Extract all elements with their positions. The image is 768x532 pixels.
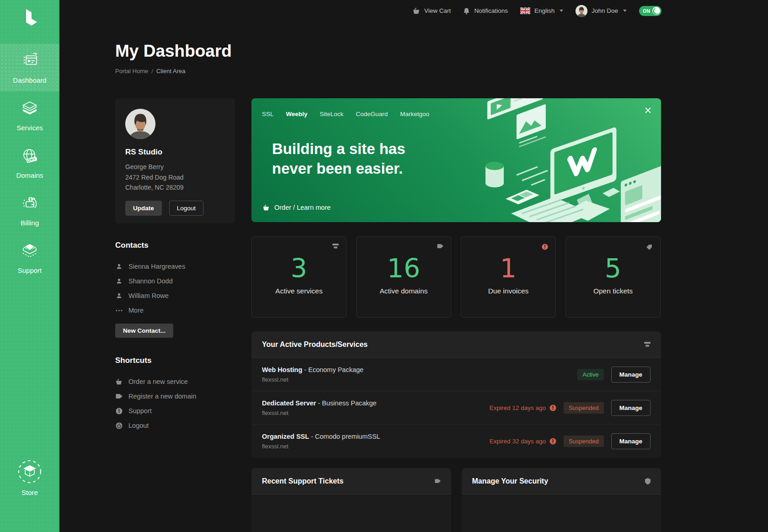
product-desc: - Comodo premiumSSL [309, 433, 380, 440]
breadcrumb-portal-home[interactable]: Portal Home [115, 68, 148, 74]
person-icon [115, 278, 123, 285]
support-icon [19, 241, 40, 262]
cart-icon [115, 378, 123, 385]
manage-button[interactable]: Manage [611, 367, 651, 383]
sidebar-item-store[interactable]: Store [0, 457, 59, 498]
new-contact-button[interactable]: New Contact... [115, 324, 173, 338]
exclamation-icon [549, 404, 556, 411]
expired-label: Expired 12 days ago [490, 404, 556, 411]
product-desc: - Business Pacakge [316, 399, 376, 407]
shortcut-register-domain[interactable]: Register a new domain [115, 389, 235, 404]
promo-banner: SSL Weebly SiteLock CodeGuard Marketgoo … [251, 98, 661, 222]
status-badge: Suspended [564, 402, 604, 414]
contacts-heading: Contacts [115, 241, 235, 250]
product-name: Dedicated Server [262, 399, 316, 407]
banner-tabs: SSL Weebly SiteLock CodeGuard Marketgoo [262, 111, 429, 117]
main-content: My Dashboard Portal Home / Client Area R… [59, 21, 768, 532]
contacts-section: Contacts Sienna Hargreaves Shannon Dodd [115, 241, 235, 338]
dashboard-icon [19, 51, 40, 72]
bell-icon [463, 7, 470, 15]
topbar: View Cart Notifications English [59, 0, 768, 21]
update-button[interactable]: Update [125, 201, 162, 216]
avatar [125, 109, 155, 139]
bottom-panels: Recent Support Tickets Manage Your Secur… [251, 468, 661, 532]
manage-button[interactable]: Manage [611, 400, 651, 416]
stats-row: 3 Active services 16 Active domains 1 Du… [251, 236, 661, 318]
sidebar-nav: Dashboard Services [0, 44, 59, 282]
sidebar-item-label: Dashboard [13, 76, 46, 84]
close-icon[interactable] [645, 107, 651, 113]
stack-icon [644, 342, 651, 347]
tag-icon [435, 479, 441, 484]
exclamation-icon [549, 438, 556, 445]
stat-value: 1 [461, 253, 555, 283]
product-name: Organized SSL [262, 433, 309, 440]
banner-tab-marketgoo[interactable]: Marketgoo [400, 111, 429, 117]
profile-address: George Berry 2472 Red Dog Road Charlotte… [125, 162, 225, 193]
security-panel: Manage Your Security [462, 468, 661, 532]
shortcuts-section: Shortcuts Order a new service Register a… [115, 356, 235, 433]
sidebar-item-support[interactable]: Support [0, 234, 59, 282]
user-menu[interactable]: John Doe [576, 5, 627, 17]
dark-mode-toggle[interactable]: ON [639, 6, 661, 16]
banner-tab-sitelock[interactable]: SiteLock [320, 111, 344, 117]
breadcrumb: Portal Home / Client Area [115, 68, 185, 74]
banner-tab-weebly[interactable]: Weebly [286, 111, 308, 117]
manage-button[interactable]: Manage [611, 433, 651, 449]
sidebar-item-label: Billing [21, 219, 39, 227]
view-cart-button[interactable]: View Cart [412, 7, 451, 15]
logout-button[interactable]: Logout [169, 201, 203, 216]
sidebar-item-label: Domains [16, 171, 43, 179]
sidebar-item-label: Support [18, 266, 42, 274]
shortcut-support[interactable]: Support [115, 404, 235, 418]
language-selector[interactable]: English [520, 7, 563, 14]
moon-icon [652, 7, 660, 15]
billing-icon [19, 194, 40, 215]
banner-tab-ssl[interactable]: SSL [262, 111, 274, 117]
stat-label: Active domains [357, 287, 451, 295]
store-icon [17, 459, 43, 484]
app-logo[interactable] [21, 7, 38, 29]
contact-item[interactable]: William Rowe [115, 288, 235, 303]
breadcrumb-client-area: Client Area [156, 68, 186, 74]
status-badge: Active [577, 369, 603, 380]
chevron-down-icon [560, 10, 563, 12]
shortcut-logout[interactable]: Logout [115, 418, 235, 433]
shield-icon [645, 478, 651, 484]
exclamation-icon [542, 244, 548, 250]
product-row: Organized SSL - Comodo premiumSSL flexss… [251, 425, 661, 458]
contact-item[interactable]: Shannon Dodd [115, 274, 235, 288]
stat-active-services[interactable]: 3 Active services [251, 236, 347, 318]
stat-open-tickets[interactable]: 5 Open tickets [565, 236, 661, 318]
active-products-panel: Your Active Products/Services Web Hostin… [251, 331, 661, 458]
status-badge: Suspended [564, 436, 604, 447]
contact-item[interactable]: Sienna Hargreaves [115, 259, 235, 274]
stat-label: Due invoices [461, 287, 555, 295]
expired-label: Expired 32 days ago [490, 438, 556, 445]
logout-circle-icon [115, 422, 123, 429]
recent-tickets-panel: Recent Support Tickets [251, 468, 451, 532]
product-domain: flexssl.net [262, 410, 490, 416]
banner-tab-codeguard[interactable]: CodeGuard [356, 111, 388, 117]
stat-due-invoices[interactable]: 1 Due invoices [461, 236, 556, 318]
sidebar-item-domains[interactable]: Domains [0, 139, 59, 186]
panel-header: Recent Support Tickets [251, 468, 451, 495]
panel-header: Manage Your Security [462, 468, 661, 495]
sidebar-item-billing[interactable]: Billing [0, 186, 59, 234]
sidebar-item-services[interactable]: Services [0, 91, 59, 139]
sidebar-item-dashboard[interactable]: Dashboard [0, 44, 59, 91]
notifications-button[interactable]: Notifications [463, 7, 508, 15]
left-column: RS Studio George Berry 2472 Red Dog Road… [115, 98, 235, 433]
sidebar: Dashboard Services [0, 0, 59, 532]
stat-value: 5 [566, 253, 660, 283]
contacts-more[interactable]: More [115, 303, 235, 318]
stat-value: 16 [357, 253, 451, 283]
product-row: Dedicated Server - Business Pacakge flex… [251, 391, 661, 425]
product-domain: flexssl.net [262, 376, 577, 383]
banner-cta-link[interactable]: Order / Learn more [262, 204, 331, 211]
uk-flag-icon [520, 7, 530, 14]
domains-icon [19, 146, 40, 167]
shortcut-order-service[interactable]: Order a new service [115, 374, 235, 389]
stat-active-domains[interactable]: 16 Active domains [356, 236, 451, 318]
support-circle-icon [115, 408, 123, 415]
